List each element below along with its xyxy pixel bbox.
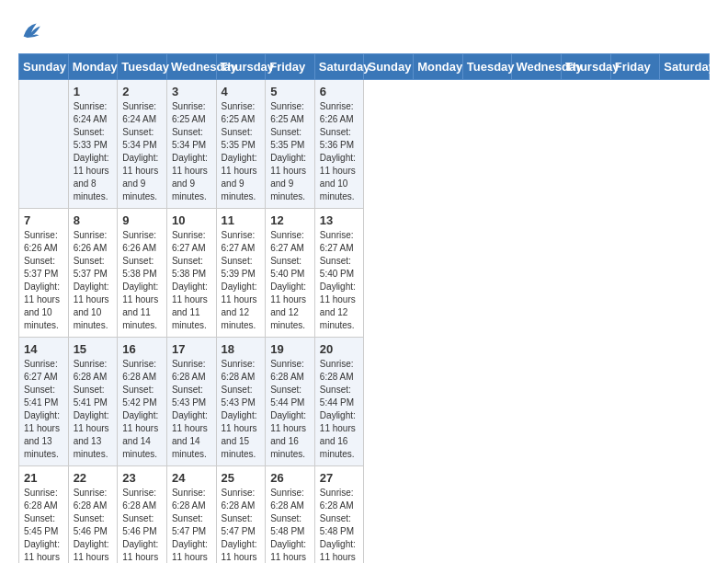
- calendar-table: SundayMondayTuesdayWednesdayThursdayFrid…: [18, 53, 710, 563]
- logo: [18, 18, 48, 44]
- calendar-cell: 12 Sunrise: 6:27 AMSunset: 5:40 PMDaylig…: [266, 209, 315, 338]
- day-header-monday: Monday: [414, 54, 463, 80]
- calendar-cell: 18 Sunrise: 6:28 AMSunset: 5:43 PMDaylig…: [216, 338, 266, 466]
- day-number: 21: [24, 471, 63, 485]
- cell-details: Sunrise: 6:25 AMSunset: 5:35 PMDaylight:…: [270, 100, 310, 203]
- cell-details: Sunrise: 6:26 AMSunset: 5:38 PMDaylight:…: [122, 229, 162, 332]
- calendar-cell: 7 Sunrise: 6:26 AMSunset: 5:37 PMDayligh…: [19, 209, 69, 338]
- calendar-cell: 26 Sunrise: 6:28 AMSunset: 5:48 PMDaylig…: [266, 466, 315, 564]
- cell-details: Sunrise: 6:26 AMSunset: 5:37 PMDaylight:…: [74, 229, 113, 332]
- calendar-cell: 6 Sunrise: 6:26 AMSunset: 5:36 PMDayligh…: [314, 80, 364, 209]
- calendar-cell: 5 Sunrise: 6:25 AMSunset: 5:35 PMDayligh…: [266, 80, 315, 209]
- day-number: 19: [270, 342, 310, 356]
- day-number: 23: [122, 471, 162, 485]
- cell-details: Sunrise: 6:28 AMSunset: 5:42 PMDaylight:…: [122, 358, 162, 461]
- day-number: 14: [24, 342, 63, 356]
- calendar-cell: 27 Sunrise: 6:28 AMSunset: 5:48 PMDaylig…: [314, 466, 364, 564]
- calendar-cell: 24 Sunrise: 6:28 AMSunset: 5:47 PMDaylig…: [166, 466, 216, 564]
- cell-details: Sunrise: 6:28 AMSunset: 5:45 PMDaylight:…: [24, 487, 63, 563]
- cell-details: Sunrise: 6:28 AMSunset: 5:44 PMDaylight:…: [320, 358, 359, 461]
- calendar-cell: [19, 80, 69, 209]
- page-header: [18, 18, 710, 44]
- day-number: 3: [172, 85, 211, 98]
- day-number: 10: [172, 213, 211, 227]
- calendar-cell: 23 Sunrise: 6:28 AMSunset: 5:46 PMDaylig…: [118, 466, 167, 564]
- cell-details: Sunrise: 6:26 AMSunset: 5:36 PMDaylight:…: [320, 100, 359, 203]
- cell-details: Sunrise: 6:24 AMSunset: 5:33 PMDaylight:…: [74, 100, 113, 203]
- day-number: 22: [74, 471, 113, 485]
- day-number: 2: [122, 85, 162, 98]
- calendar-cell: 9 Sunrise: 6:26 AMSunset: 5:38 PMDayligh…: [118, 209, 167, 338]
- calendar-week-row: 14 Sunrise: 6:27 AMSunset: 5:41 PMDaylig…: [19, 338, 710, 466]
- cell-details: Sunrise: 6:27 AMSunset: 5:38 PMDaylight:…: [172, 229, 211, 332]
- cell-details: Sunrise: 6:28 AMSunset: 5:41 PMDaylight:…: [74, 358, 113, 461]
- day-header-tuesday: Tuesday: [462, 54, 512, 80]
- day-number: 27: [320, 471, 359, 485]
- day-number: 5: [270, 85, 310, 98]
- calendar-header-row: SundayMondayTuesdayWednesdayThursdayFrid…: [19, 54, 710, 80]
- calendar-cell: 21 Sunrise: 6:28 AMSunset: 5:45 PMDaylig…: [19, 466, 69, 564]
- calendar-cell: 1 Sunrise: 6:24 AMSunset: 5:33 PMDayligh…: [68, 80, 118, 209]
- day-number: 9: [122, 213, 162, 227]
- day-number: 1: [74, 85, 113, 98]
- cell-details: Sunrise: 6:28 AMSunset: 5:48 PMDaylight:…: [320, 487, 359, 563]
- day-number: 8: [74, 213, 113, 227]
- calendar-cell: 8 Sunrise: 6:26 AMSunset: 5:37 PMDayligh…: [68, 209, 118, 338]
- calendar-week-row: 7 Sunrise: 6:26 AMSunset: 5:37 PMDayligh…: [19, 209, 710, 338]
- cell-details: Sunrise: 6:28 AMSunset: 5:43 PMDaylight:…: [222, 358, 261, 461]
- cell-details: Sunrise: 6:24 AMSunset: 5:34 PMDaylight:…: [122, 100, 162, 203]
- cell-details: Sunrise: 6:28 AMSunset: 5:47 PMDaylight:…: [172, 487, 211, 563]
- cell-details: Sunrise: 6:26 AMSunset: 5:37 PMDaylight:…: [24, 229, 63, 332]
- calendar-cell: 2 Sunrise: 6:24 AMSunset: 5:34 PMDayligh…: [118, 80, 167, 209]
- cell-details: Sunrise: 6:28 AMSunset: 5:43 PMDaylight:…: [172, 358, 211, 461]
- day-number: 6: [320, 85, 359, 98]
- calendar-cell: 19 Sunrise: 6:28 AMSunset: 5:44 PMDaylig…: [266, 338, 315, 466]
- day-header-thursday: Thursday: [562, 54, 611, 80]
- day-header-monday: Monday: [68, 54, 118, 80]
- day-number: 13: [320, 213, 359, 227]
- calendar-cell: 22 Sunrise: 6:28 AMSunset: 5:46 PMDaylig…: [68, 466, 118, 564]
- cell-details: Sunrise: 6:28 AMSunset: 5:46 PMDaylight:…: [74, 487, 113, 563]
- cell-details: Sunrise: 6:27 AMSunset: 5:40 PMDaylight:…: [320, 229, 359, 332]
- day-number: 11: [222, 213, 261, 227]
- day-number: 16: [122, 342, 162, 356]
- calendar-week-row: 1 Sunrise: 6:24 AMSunset: 5:33 PMDayligh…: [19, 80, 710, 209]
- calendar-cell: 14 Sunrise: 6:27 AMSunset: 5:41 PMDaylig…: [19, 338, 69, 466]
- cell-details: Sunrise: 6:28 AMSunset: 5:47 PMDaylight:…: [222, 487, 261, 563]
- calendar-cell: 25 Sunrise: 6:28 AMSunset: 5:47 PMDaylig…: [216, 466, 266, 564]
- day-header-wednesday: Wednesday: [166, 54, 216, 80]
- day-header-friday: Friday: [610, 54, 660, 80]
- day-header-sunday: Sunday: [19, 54, 69, 80]
- cell-details: Sunrise: 6:27 AMSunset: 5:40 PMDaylight:…: [270, 229, 310, 332]
- cell-details: Sunrise: 6:28 AMSunset: 5:48 PMDaylight:…: [270, 487, 310, 563]
- day-number: 17: [172, 342, 211, 356]
- cell-details: Sunrise: 6:28 AMSunset: 5:44 PMDaylight:…: [270, 358, 310, 461]
- day-header-sunday: Sunday: [364, 54, 414, 80]
- calendar-week-row: 21 Sunrise: 6:28 AMSunset: 5:45 PMDaylig…: [19, 466, 710, 564]
- calendar-cell: 20 Sunrise: 6:28 AMSunset: 5:44 PMDaylig…: [314, 338, 364, 466]
- day-number: 15: [74, 342, 113, 356]
- day-header-saturday: Saturday: [660, 54, 710, 80]
- calendar-cell: 10 Sunrise: 6:27 AMSunset: 5:38 PMDaylig…: [166, 209, 216, 338]
- day-number: 7: [24, 213, 63, 227]
- day-number: 4: [222, 85, 261, 98]
- cell-details: Sunrise: 6:27 AMSunset: 5:39 PMDaylight:…: [222, 229, 261, 332]
- day-number: 18: [222, 342, 261, 356]
- day-header-saturday: Saturday: [314, 54, 364, 80]
- day-number: 24: [172, 471, 211, 485]
- calendar-cell: 17 Sunrise: 6:28 AMSunset: 5:43 PMDaylig…: [166, 338, 216, 466]
- day-header-wednesday: Wednesday: [512, 54, 562, 80]
- day-number: 20: [320, 342, 359, 356]
- cell-details: Sunrise: 6:25 AMSunset: 5:35 PMDaylight:…: [222, 100, 261, 203]
- cell-details: Sunrise: 6:28 AMSunset: 5:46 PMDaylight:…: [122, 487, 162, 563]
- day-header-thursday: Thursday: [216, 54, 266, 80]
- day-number: 25: [222, 471, 261, 485]
- day-header-tuesday: Tuesday: [118, 54, 167, 80]
- cell-details: Sunrise: 6:25 AMSunset: 5:34 PMDaylight:…: [172, 100, 211, 203]
- day-header-friday: Friday: [266, 54, 315, 80]
- logo-icon: [18, 18, 44, 44]
- calendar-cell: 16 Sunrise: 6:28 AMSunset: 5:42 PMDaylig…: [118, 338, 167, 466]
- calendar-cell: 11 Sunrise: 6:27 AMSunset: 5:39 PMDaylig…: [216, 209, 266, 338]
- day-number: 12: [270, 213, 310, 227]
- cell-details: Sunrise: 6:27 AMSunset: 5:41 PMDaylight:…: [24, 358, 63, 461]
